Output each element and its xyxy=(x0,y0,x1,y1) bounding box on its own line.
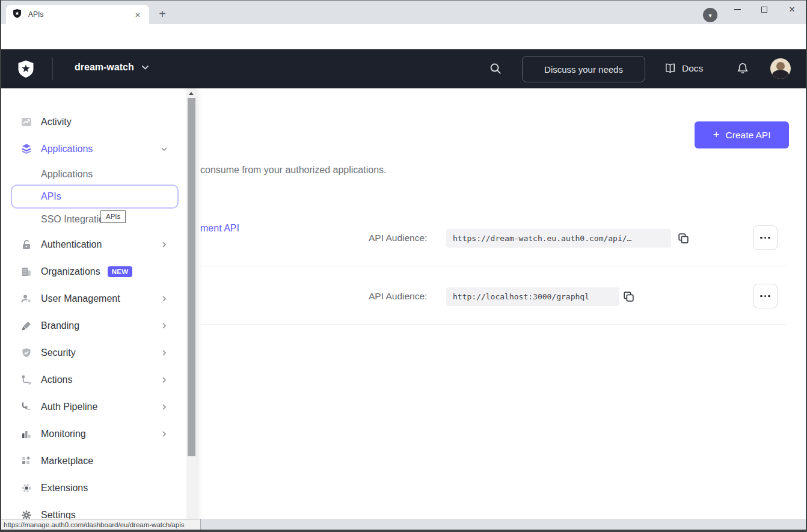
book-icon xyxy=(664,62,677,75)
header-divider xyxy=(52,58,53,80)
row-divider xyxy=(200,324,787,325)
sidebar-item-security[interactable]: Security xyxy=(0,341,184,365)
sidebar-item-activity[interactable]: Activity xyxy=(0,110,184,134)
sidebar-item-apis[interactable]: APIs xyxy=(0,185,184,209)
copy-icon[interactable] xyxy=(676,231,690,245)
nav-sidebar: Activity Applications Applications APIs … xyxy=(0,88,196,532)
window-edge xyxy=(0,0,1,532)
bar-chart-icon xyxy=(20,428,32,440)
discuss-your-needs-button[interactable]: Discuss your needs xyxy=(522,56,645,82)
chevron-right-icon xyxy=(160,240,168,249)
browser-tab[interactable]: APIs × xyxy=(6,5,149,24)
create-api-label: Create API xyxy=(726,130,771,141)
new-tab-button[interactable]: + xyxy=(154,5,171,22)
sidebar-item-auth-pipeline[interactable]: Auth Pipeline xyxy=(0,395,184,419)
chevron-right-icon xyxy=(160,322,168,330)
apis-tooltip: APIs xyxy=(100,210,126,223)
tab-title: APIs xyxy=(28,10,132,19)
marketplace-icon xyxy=(20,455,32,467)
api-audience-value[interactable]: https://dream-watch.eu.auth0.com/api/… xyxy=(446,229,671,248)
sidebar-item-organizations[interactable]: Organizations NEW xyxy=(0,260,184,284)
auth0-favicon xyxy=(12,8,22,21)
browser-window: APIs × + ▾ × ← → ↻ manage.auth0.com/dash… xyxy=(0,0,807,532)
audience-label: API Audience: xyxy=(369,233,427,243)
sidebar-item-authentication[interactable]: Authentication xyxy=(0,233,184,257)
api-audience-value[interactable]: http://localhost:3000/graphql xyxy=(446,287,619,306)
tenant-name: dream-watch xyxy=(75,62,134,73)
sidebar-item-branding[interactable]: Branding xyxy=(0,314,184,338)
create-api-button[interactable]: + Create API xyxy=(695,121,789,148)
new-badge: NEW xyxy=(108,266,133,277)
activity-icon xyxy=(20,116,32,128)
lock-icon xyxy=(20,239,32,251)
tab-strip: APIs × + ▾ × xyxy=(0,0,807,24)
chevron-right-icon xyxy=(160,376,168,384)
browser-toolbar: ← → ↻ manage.auth0.com/dashboard/eu/drea… xyxy=(0,24,807,49)
sidebar-item-sso-integrations[interactable]: SSO Integrations xyxy=(0,207,184,231)
applications-layers-icon xyxy=(20,143,32,155)
auth0-logo-icon[interactable] xyxy=(16,59,35,82)
download-indicator-icon[interactable]: ▾ xyxy=(703,8,717,22)
copy-icon[interactable] xyxy=(621,289,636,304)
shield-check-icon xyxy=(20,347,32,359)
window-maximize-button[interactable] xyxy=(751,0,778,19)
actions-flow-icon xyxy=(20,374,32,386)
user-management-icon xyxy=(20,293,32,305)
search-icon[interactable] xyxy=(489,62,503,76)
chevron-right-icon xyxy=(160,295,168,303)
extensions-gear-icon xyxy=(20,482,32,494)
plus-icon: + xyxy=(713,128,719,141)
chevron-down-icon xyxy=(141,65,149,70)
window-edge xyxy=(0,0,807,1)
auth-pipeline-icon xyxy=(20,401,32,413)
sidebar-item-extensions[interactable]: Extensions xyxy=(0,476,184,500)
chevron-right-icon xyxy=(160,430,168,438)
sidebar-item-actions[interactable]: Actions xyxy=(0,368,184,392)
chevron-right-icon xyxy=(160,349,168,357)
paintbrush-icon xyxy=(20,320,32,332)
chevron-down-icon xyxy=(160,145,168,153)
window-edge xyxy=(0,530,807,532)
row-divider xyxy=(200,266,787,266)
scrollbar-thumb[interactable] xyxy=(188,98,195,456)
sidebar-item-applications-sub[interactable]: Applications xyxy=(0,162,184,186)
docs-link[interactable]: Docs xyxy=(664,62,703,75)
window-minimize-button[interactable] xyxy=(724,0,750,19)
window-close-button[interactable]: × xyxy=(779,0,805,19)
notifications-bell-icon[interactable] xyxy=(736,62,749,75)
sidebar-item-marketplace[interactable]: Marketplace xyxy=(0,449,184,473)
tab-close-icon[interactable]: × xyxy=(132,9,143,20)
audience-label: API Audience: xyxy=(369,291,427,302)
row-actions-menu-button[interactable] xyxy=(753,225,778,250)
tenant-switcher[interactable]: dream-watch xyxy=(75,62,149,73)
docs-label: Docs xyxy=(682,63,703,74)
sidebar-scrollbar[interactable] xyxy=(186,88,196,532)
user-avatar[interactable] xyxy=(770,58,791,79)
page-description: consume from your authorized application… xyxy=(200,165,387,176)
row-actions-menu-button[interactable] xyxy=(753,284,778,308)
chevron-right-icon xyxy=(160,403,168,411)
organizations-icon xyxy=(20,266,32,278)
sidebar-item-monitoring[interactable]: Monitoring xyxy=(0,422,184,446)
status-bar-url: https://manage.auth0.com/dashboard/eu/dr… xyxy=(0,519,201,530)
sidebar-item-user-management[interactable]: User Management xyxy=(0,287,184,311)
sidebar-item-applications[interactable]: Applications xyxy=(0,137,184,161)
api-name-link[interactable]: ment API xyxy=(200,223,239,234)
scrollbar-up-arrow[interactable] xyxy=(186,88,196,98)
